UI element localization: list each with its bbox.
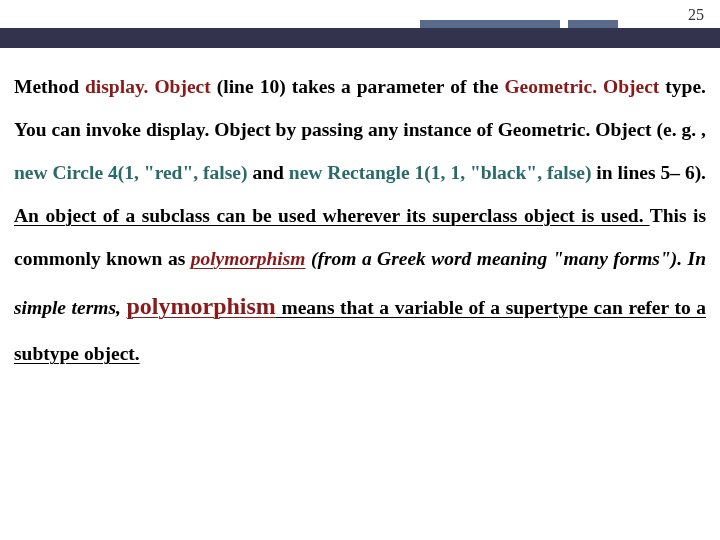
header-accent-2 (568, 20, 618, 28)
code-new-circle: new Circle 4(1, "red", false) (14, 162, 248, 183)
header-accent-1 (420, 20, 560, 28)
header-band (0, 28, 720, 48)
text-run: Method (14, 76, 85, 97)
code-geometric-object: Geometric. Object (504, 76, 659, 97)
slide-body: Method display. Object (line 10) takes a… (0, 48, 720, 376)
text-run: and (248, 162, 289, 183)
code-display-object: display. Object (85, 76, 211, 97)
slide-header: 25 (0, 0, 720, 48)
term-polymorphism: polymorphism (191, 248, 306, 269)
term-polymorphism-large: polymorphism (126, 293, 275, 319)
text-run: (line 10) takes a parameter of the (211, 76, 505, 97)
code-new-rectangle: new Rectangle 1(1, 1, "black", false) (289, 162, 592, 183)
underlined-subclass-rule: An object of a subclass can be used wher… (14, 205, 650, 226)
page-number: 25 (688, 6, 704, 24)
text-run: in lines 5– 6). (591, 162, 706, 183)
